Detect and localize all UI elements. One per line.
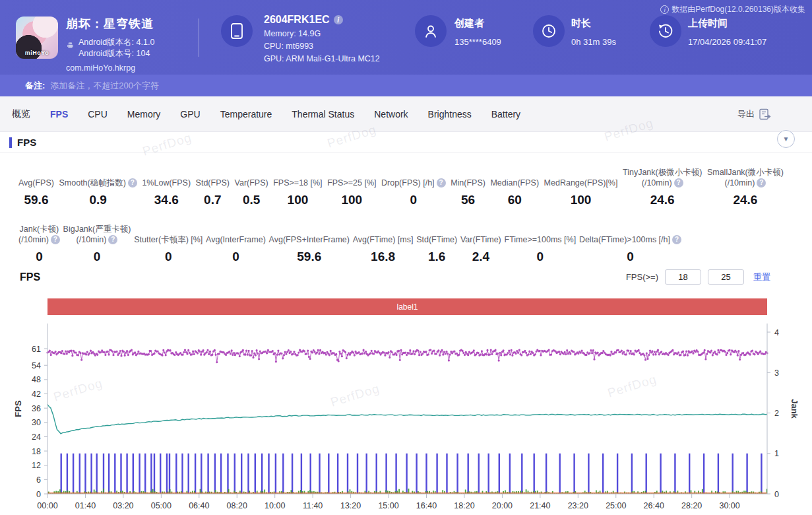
svg-text:54: 54 xyxy=(32,361,41,370)
tab-cpu[interactable]: CPU xyxy=(88,109,108,120)
stat-value: 0.5 xyxy=(243,193,260,207)
fps-stats-row-1: Avg(FPS)59.6Smooth(稳帧指数)?0.91%Low(FPS)34… xyxy=(18,166,784,207)
svg-text:03:20: 03:20 xyxy=(113,501,133,510)
svg-text:26:40: 26:40 xyxy=(644,501,664,510)
help-icon[interactable]: ? xyxy=(437,178,446,188)
svg-text:18:20: 18:20 xyxy=(454,501,474,510)
tab-battery[interactable]: Battery xyxy=(491,109,520,120)
stat-value: 100 xyxy=(571,193,592,207)
stat-value: 59.6 xyxy=(297,250,321,264)
notes-input[interactable] xyxy=(50,81,812,90)
stat-value: 0 xyxy=(537,250,544,264)
stat-cell: Avg(FPS)59.6 xyxy=(18,166,54,207)
stat-label: Avg(FTime) [ms] xyxy=(353,223,414,245)
app-package: com.miHoYo.hkrpg xyxy=(66,63,154,73)
device-info-icon[interactable]: i xyxy=(334,15,343,24)
svg-text:48: 48 xyxy=(32,375,41,384)
svg-text:4: 4 xyxy=(774,328,779,337)
stat-value: 100 xyxy=(288,193,309,207)
stat-value: 0 xyxy=(232,250,239,264)
fps-threshold-input-2[interactable] xyxy=(708,269,744,285)
tab-brightness[interactable]: Brightness xyxy=(428,109,472,120)
stat-label: SmallJank(微小卡顿)(/10min)? xyxy=(707,166,784,188)
svg-text:10:00: 10:00 xyxy=(265,501,285,510)
help-icon[interactable]: ? xyxy=(108,235,117,244)
tab-thermal-status[interactable]: Thermal Status xyxy=(292,109,354,120)
svg-text:6: 6 xyxy=(36,475,41,485)
stat-value: 100 xyxy=(341,193,362,207)
help-icon[interactable]: ? xyxy=(128,178,137,188)
stat-label: Var(FPS) xyxy=(235,166,268,188)
export-button[interactable]: 导出 xyxy=(737,108,800,120)
svg-text:30: 30 xyxy=(32,418,41,427)
stat-label: Var(FTime) xyxy=(460,223,501,245)
tab-network[interactable]: Network xyxy=(374,109,408,120)
stat-cell: Avg(InterFrame)0 xyxy=(206,223,266,264)
svg-text:00:00: 00:00 xyxy=(37,501,57,510)
tab-memory[interactable]: Memory xyxy=(127,109,161,120)
svg-text:0: 0 xyxy=(774,490,779,499)
device-gpu: GPU: ARM Mali-G1-Ultra MC12 xyxy=(264,54,380,63)
stat-label: Stutter(卡顿率) [%] xyxy=(134,223,203,245)
svg-text:18: 18 xyxy=(32,447,41,456)
stat-label: Smooth(稳帧指数)? xyxy=(59,166,137,188)
svg-text:01:40: 01:40 xyxy=(75,501,96,510)
stat-label: FPS>=18 [%] xyxy=(273,166,322,188)
stat-label: Jank(卡顿)(/10min)? xyxy=(18,223,60,245)
device-cpu: CPU: mt6993 xyxy=(264,42,380,51)
help-icon[interactable]: ? xyxy=(51,235,60,244)
tab-fps[interactable]: FPS xyxy=(50,109,68,120)
svg-text:FPS: FPS xyxy=(13,400,23,417)
stat-value: 60 xyxy=(508,193,522,207)
svg-text:16:40: 16:40 xyxy=(416,501,437,510)
stat-label: Avg(FPS+InterFrame) xyxy=(269,223,350,245)
stat-cell: Avg(FTime) [ms]16.8 xyxy=(353,223,414,264)
fps-threshold-input-1[interactable] xyxy=(665,269,701,285)
svg-text:13:20: 13:20 xyxy=(340,501,361,510)
svg-text:24: 24 xyxy=(32,432,41,442)
collapse-section-button[interactable]: ▼ xyxy=(777,130,795,148)
stat-value: 1.6 xyxy=(428,250,445,264)
svg-text:06:40: 06:40 xyxy=(189,501,209,510)
stat-value: 0 xyxy=(627,250,634,264)
export-label: 导出 xyxy=(737,108,755,120)
stat-cell: 1%Low(FPS)34.6 xyxy=(142,166,191,207)
svg-text:42: 42 xyxy=(32,390,41,399)
stat-cell: Std(FPS)0.7 xyxy=(196,166,230,207)
help-icon[interactable]: ? xyxy=(757,178,766,188)
stat-label: Drop(FPS) [/h]? xyxy=(381,166,446,188)
device-name-row: 2604FRK1EC i xyxy=(264,14,380,26)
help-icon[interactable]: ? xyxy=(672,235,681,244)
tab-bar: 概览FPSCPUMemoryGPUTemperatureThermal Stat… xyxy=(0,96,812,132)
notes-bar: 备注: xyxy=(0,75,812,96)
person-icon xyxy=(423,23,439,39)
stat-value: 0 xyxy=(94,250,101,264)
stat-cell: Var(FPS)0.5 xyxy=(235,166,268,207)
stat-label: Avg(InterFrame) xyxy=(206,223,266,245)
stat-label: MedRange(FPS)[%] xyxy=(544,166,618,188)
creator-icon-circle xyxy=(415,15,447,47)
app-icon-brand-text: miHoYo xyxy=(16,50,58,56)
reset-link[interactable]: 重置 xyxy=(753,271,770,283)
stat-label: 1%Low(FPS) xyxy=(142,166,191,188)
stat-cell: Min(FPS)56 xyxy=(451,166,485,207)
android-version-code: Android版本号: 104 xyxy=(78,48,154,59)
export-icon xyxy=(759,108,771,120)
fps-threshold-label: FPS(>=) xyxy=(626,272,658,282)
stat-label: FTime>=100ms [%] xyxy=(505,223,577,245)
stat-value: 24.6 xyxy=(733,193,757,207)
stat-cell: Median(FPS)60 xyxy=(490,166,539,207)
svg-text:25:00: 25:00 xyxy=(606,501,626,510)
stat-cell: Jank(卡顿)(/10min)?0 xyxy=(18,223,60,264)
fps-jank-chart: 061218243036424854610123400:0001:4003:20… xyxy=(0,318,812,515)
tab-temperature[interactable]: Temperature xyxy=(220,109,272,120)
svg-text:21:40: 21:40 xyxy=(530,501,550,510)
svg-text:12: 12 xyxy=(32,461,41,470)
annotation-label: label1 xyxy=(396,302,418,312)
stat-cell: Smooth(稳帧指数)?0.9 xyxy=(59,166,137,207)
notes-label: 备注: xyxy=(25,80,45,92)
tab-gpu[interactable]: GPU xyxy=(180,109,200,120)
stat-value: 34.6 xyxy=(154,193,179,207)
help-icon[interactable]: ? xyxy=(674,178,683,188)
tab-overview[interactable]: 概览 xyxy=(12,108,30,120)
